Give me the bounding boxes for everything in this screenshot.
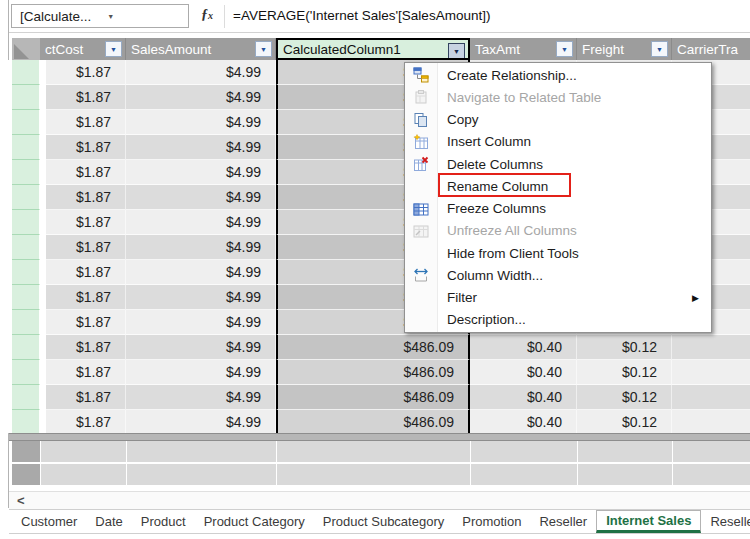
column-filter-dropdown-icon[interactable]: ▼: [105, 41, 122, 57]
tab-date[interactable]: Date: [86, 510, 131, 533]
row-selector[interactable]: [12, 160, 40, 185]
grid-cell[interactable]: $1.87: [46, 110, 126, 135]
grid-cell[interactable]: [672, 385, 750, 410]
row-selector[interactable]: [12, 385, 40, 410]
calc-area-cell[interactable]: [40, 441, 126, 463]
menu-item-freeze-columns[interactable]: Freeze Columns: [405, 198, 711, 220]
row-selector[interactable]: [12, 110, 40, 135]
column-filter-dropdown-icon[interactable]: ▼: [255, 41, 272, 57]
name-box[interactable]: [Calculate... ▼: [11, 4, 189, 28]
column-header-carriertra[interactable]: CarrierTra▼: [672, 38, 750, 60]
grid-cell[interactable]: $1.87: [46, 60, 126, 85]
grid-cell[interactable]: $4.99: [126, 60, 276, 85]
grid-cell[interactable]: $4.99: [126, 235, 276, 260]
column-header-taxamt[interactable]: TaxAmt▼: [470, 38, 577, 60]
column-filter-dropdown-icon[interactable]: ▼: [651, 41, 668, 57]
grid-cell[interactable]: $1.87: [46, 385, 126, 410]
grid-cell[interactable]: $1.87: [46, 210, 126, 235]
grid-cell[interactable]: $0.12: [577, 360, 672, 385]
menu-item-description[interactable]: Description...: [405, 309, 711, 331]
grid-cell[interactable]: $4.99: [126, 310, 276, 335]
horizontal-scrollbar[interactable]: <: [9, 491, 750, 509]
grid-cell[interactable]: $1.87: [46, 160, 126, 185]
tab-product[interactable]: Product: [132, 510, 195, 533]
grid-cell[interactable]: $4.99: [126, 110, 276, 135]
grid-cell[interactable]: $4.99: [126, 285, 276, 310]
grid-cell[interactable]: $4.99: [126, 85, 276, 110]
grid-cell[interactable]: [672, 335, 750, 360]
grid-cell[interactable]: $486.09: [276, 335, 470, 360]
tab-promotion[interactable]: Promotion: [453, 510, 530, 533]
grid-cell[interactable]: $0.40: [470, 335, 577, 360]
column-filter-dropdown-icon[interactable]: ▼: [448, 43, 465, 59]
calc-area-cell[interactable]: [126, 464, 276, 486]
row-selector[interactable]: [12, 260, 40, 285]
grid-cell[interactable]: $0.12: [577, 410, 672, 433]
menu-item-create-relationship[interactable]: Create Relationship...: [405, 64, 711, 86]
calc-area-cell[interactable]: [577, 464, 672, 486]
grid-cell[interactable]: $1.87: [46, 185, 126, 210]
column-filter-dropdown-icon[interactable]: ▼: [556, 41, 573, 57]
name-box-dropdown-icon[interactable]: ▼: [107, 13, 114, 20]
calc-area-row-header[interactable]: [12, 464, 40, 486]
row-selector[interactable]: [12, 335, 40, 360]
menu-item-rename-column[interactable]: Rename Column: [405, 175, 711, 197]
grid-cell[interactable]: $4.99: [126, 410, 276, 433]
grid-cell[interactable]: $4.99: [126, 385, 276, 410]
menu-item-copy[interactable]: Copy: [405, 109, 711, 131]
grid-cell[interactable]: $4.99: [126, 335, 276, 360]
grid-cell[interactable]: $4.99: [126, 135, 276, 160]
calc-area-cell[interactable]: [470, 441, 577, 463]
row-selector[interactable]: [12, 235, 40, 260]
grid-cell[interactable]: $4.99: [126, 210, 276, 235]
calc-area-cell[interactable]: [40, 464, 126, 486]
grid-splitter[interactable]: [9, 433, 750, 441]
grid-cell[interactable]: [672, 360, 750, 385]
grid-cell[interactable]: $1.87: [46, 310, 126, 335]
grid-cell[interactable]: $1.87: [46, 85, 126, 110]
grid-cell[interactable]: $1.87: [46, 410, 126, 433]
calc-area-cell[interactable]: [672, 464, 750, 486]
tab-product-category[interactable]: Product Category: [195, 510, 314, 533]
grid-cell[interactable]: $0.12: [577, 335, 672, 360]
grid-cell[interactable]: [672, 410, 750, 433]
column-header-salesamount[interactable]: SalesAmount▼: [126, 38, 276, 60]
grid-cell[interactable]: $1.87: [46, 235, 126, 260]
calc-area-cell[interactable]: [276, 441, 470, 463]
row-selector[interactable]: [12, 135, 40, 160]
calc-area-row-header[interactable]: [12, 441, 40, 463]
grid-cell[interactable]: $486.09: [276, 360, 470, 385]
column-header-calculatedcolumn1[interactable]: CalculatedColumn1▼: [276, 38, 470, 60]
menu-item-hide-from-client-tools[interactable]: Hide from Client Tools: [405, 242, 711, 264]
grid-cell[interactable]: $486.09: [276, 385, 470, 410]
formula-input[interactable]: =AVERAGE('Internet Sales'[SalesAmount]): [233, 8, 490, 23]
calc-area-cell[interactable]: [276, 464, 470, 486]
row-selector[interactable]: [12, 360, 40, 385]
calc-area-cell[interactable]: [470, 464, 577, 486]
grid-cell[interactable]: $1.87: [46, 260, 126, 285]
grid-cell[interactable]: $0.40: [470, 410, 577, 433]
row-selector[interactable]: [12, 185, 40, 210]
row-selector[interactable]: [12, 410, 40, 433]
row-selector[interactable]: [12, 285, 40, 310]
grid-cell[interactable]: $0.12: [577, 385, 672, 410]
calc-area-cell[interactable]: [577, 441, 672, 463]
grid-cell[interactable]: $1.87: [46, 285, 126, 310]
scroll-left-arrow-icon[interactable]: <: [17, 494, 25, 507]
row-selector[interactable]: [12, 210, 40, 235]
menu-item-delete-columns[interactable]: Delete Columns: [405, 153, 711, 175]
calc-area-cell[interactable]: [126, 441, 276, 463]
grid-cell[interactable]: $0.40: [470, 360, 577, 385]
menu-item-column-width[interactable]: Column Width...: [405, 264, 711, 286]
calc-area-cell[interactable]: [672, 441, 750, 463]
grid-cell[interactable]: $1.87: [46, 135, 126, 160]
grid-cell[interactable]: $4.99: [126, 185, 276, 210]
row-selector[interactable]: [12, 60, 40, 85]
row-selector[interactable]: [12, 85, 40, 110]
grid-cell[interactable]: $4.99: [126, 160, 276, 185]
grid-cell[interactable]: $0.40: [470, 385, 577, 410]
grid-cell[interactable]: $486.09: [276, 410, 470, 433]
tab-customer[interactable]: Customer: [12, 510, 86, 533]
menu-item-filter[interactable]: Filter▶: [405, 287, 711, 309]
menu-item-insert-column[interactable]: Insert Column: [405, 131, 711, 153]
